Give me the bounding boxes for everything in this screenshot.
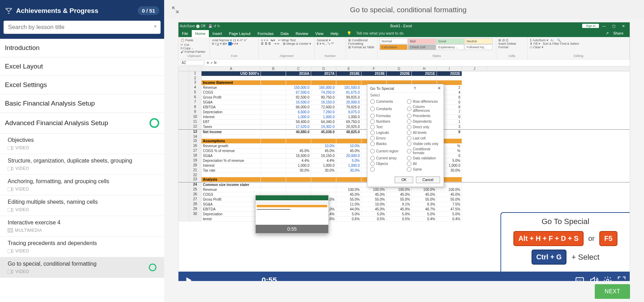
lesson-title: Structure, organization, duplicate sheet… — [8, 158, 156, 164]
video-icon — [8, 249, 13, 253]
svg-rect-1 — [8, 167, 12, 171]
minimize-icon[interactable]: — — [599, 24, 609, 28]
video-time: 0:55 — [262, 276, 277, 281]
video-icon — [8, 208, 13, 212]
video-icon — [8, 270, 13, 274]
video-icon — [8, 146, 13, 150]
lesson-anchoring[interactable]: Anchoring, formatting, and grouping cell… — [0, 175, 164, 195]
lesson-meta: VIDEO — [8, 145, 156, 150]
viewer: AutoSave ⬤ Off 💾 ↺ ↻ Book1 - Excel Sign … — [164, 19, 644, 281]
kbd-ctrl-g: Ctrl + G — [532, 250, 567, 265]
go-to-special-dialog[interactable]: Go To Special? ✕ Select CommentsRow diff… — [367, 84, 444, 187]
multimedia-icon — [8, 228, 13, 232]
lesson-exercise-4[interactable]: Interactive exercise 4 MULTIMEDIA — [0, 216, 164, 237]
progress-ring-icon — [149, 118, 159, 128]
cc-icon[interactable]: CC — [575, 276, 584, 281]
footer: NEXT — [164, 281, 644, 302]
lesson-go-to-special[interactable]: Go to special, conditional formatting VI… — [0, 257, 164, 278]
section-excel-settings[interactable]: Excel Settings — [0, 76, 164, 94]
menu-review[interactable]: Review — [292, 30, 312, 37]
sidebar-header: Achievements & Progress 0 / 51 — [0, 0, 164, 21]
sidebar: Achievements & Progress 0 / 51 Introduct… — [0, 0, 164, 302]
dialog-title: Go To Special — [370, 86, 394, 91]
menu-view[interactable]: View — [312, 30, 327, 37]
ribbon[interactable]: 📋 Paste ✂ Cut⎘ Copy ▾🖌 Format Painter Cl… — [178, 37, 630, 59]
excel-menu[interactable]: File Home Insert Page Layout Formulas Da… — [178, 29, 630, 37]
menu-help[interactable]: Help — [327, 30, 342, 37]
lesson-title: Objectives — [8, 137, 156, 143]
play-button[interactable] — [182, 274, 195, 281]
video-thumbnail[interactable]: ▬▬▬▬▬▬▬▬▬▬▬▬▬▬▬▬ 0:55 — [255, 195, 329, 233]
section-excel-layout[interactable]: Excel Layout — [0, 57, 164, 76]
svg-rect-5 — [8, 270, 12, 274]
lesson-title: Tracing precedents and dependents — [8, 240, 156, 246]
svg-rect-4 — [8, 249, 12, 253]
video-frame[interactable]: AutoSave ⬤ Off 💾 ↺ ↻ Book1 - Excel Sign … — [178, 22, 630, 281]
lesson-objectives[interactable]: Objectives VIDEO — [0, 134, 164, 154]
expand-icon[interactable] — [171, 6, 180, 14]
lesson-title: Editing multiple sheets, naming cells — [8, 199, 156, 205]
svg-point-8 — [607, 279, 609, 281]
lesson-editing[interactable]: Editing multiple sheets, naming cells VI… — [0, 195, 164, 216]
section-label: Advanced Financial Analysis Setup — [5, 119, 108, 127]
search-wrap — [0, 21, 164, 39]
lesson-tracing[interactable]: Tracing precedents and dependents VIDEO — [0, 237, 164, 257]
menu-file[interactable]: File — [178, 30, 192, 37]
menu-page-layout[interactable]: Page Layout — [226, 30, 254, 37]
sidebar-title: Achievements & Progress — [16, 7, 138, 15]
menu-home[interactable]: Home — [192, 30, 209, 37]
svg-rect-3 — [8, 208, 12, 212]
kbd-f5: F5 — [599, 231, 617, 246]
next-button[interactable]: NEXT — [595, 284, 630, 299]
menu-data[interactable]: Data — [277, 30, 292, 37]
volume-icon[interactable] — [589, 276, 598, 281]
video-controls[interactable]: 0:55 CC — [178, 272, 630, 281]
lesson-structure[interactable]: Structure, organization, duplicate sheet… — [0, 154, 164, 175]
svg-rect-0 — [8, 146, 12, 150]
thumb-time: 0:55 — [256, 225, 328, 233]
search-input[interactable] — [3, 21, 161, 34]
video-icon — [8, 187, 13, 191]
main-panel: Go to special, conditional formatting Au… — [164, 0, 644, 302]
section-introduction[interactable]: Introduction — [0, 39, 164, 57]
cancel-button[interactable]: Cancel — [416, 177, 440, 183]
section-advanced-analysis[interactable]: Advanced Financial Analysis Setup — [0, 113, 164, 134]
tip-title: Go To Special — [505, 217, 625, 226]
maximize-icon[interactable]: ▢ — [609, 24, 619, 28]
lesson-title: Anchoring, formatting, and grouping cell… — [8, 178, 156, 185]
menu-formulas[interactable]: Formulas — [254, 30, 277, 37]
close-icon[interactable]: ✕ — [436, 86, 441, 91]
gear-icon[interactable] — [603, 276, 612, 281]
section-basic-analysis[interactable]: Basic Financial Analysis Setup — [0, 94, 164, 113]
video-icon — [8, 167, 13, 171]
progress-ring-icon — [149, 264, 156, 271]
lesson-tree[interactable]: Introduction Excel Layout Excel Settings… — [0, 39, 164, 302]
progress-pill: 0 / 51 — [138, 6, 159, 15]
lesson-title: Interactive exercise 4 — [8, 220, 156, 226]
close-icon[interactable]: ✕ — [619, 24, 628, 28]
menu-insert[interactable]: Insert — [209, 30, 226, 37]
excel-titlebar: AutoSave ⬤ Off 💾 ↺ ↻ Book1 - Excel Sign … — [178, 22, 630, 29]
kbd-alt-sequence: Alt + H + F + D + S — [513, 231, 583, 246]
name-box[interactable]: A2 — [180, 60, 204, 65]
trophy-icon — [5, 7, 13, 15]
fullscreen-icon[interactable] — [617, 276, 626, 281]
svg-text:CC: CC — [577, 279, 582, 281]
page-title: Go to special, conditional formatting — [180, 6, 637, 14]
svg-rect-2 — [8, 187, 12, 191]
topbar: Go to special, conditional formatting — [164, 0, 644, 19]
formula-bar[interactable]: A2 ✕ ✓ fx — [178, 59, 630, 66]
sign-in-button[interactable]: Sign in — [582, 24, 599, 28]
lesson-title: Go to special, conditional formatting — [8, 261, 96, 267]
styles-gallery[interactable]: NormalBadGoodNeutralCalculationCheck Cel… — [380, 38, 494, 50]
shortcut-tip-card: Go To Special Alt + H + F + D + S or F5 … — [500, 212, 630, 272]
ok-button[interactable]: OK — [395, 177, 413, 183]
